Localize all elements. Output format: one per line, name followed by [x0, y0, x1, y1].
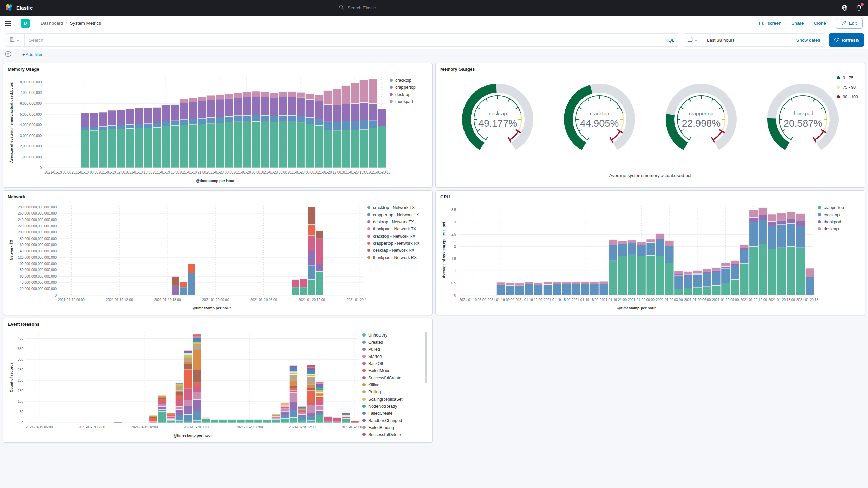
gauge-cracktop[interactable]: cracktop44.905%	[550, 76, 649, 157]
legend-item[interactable]: crappertop	[818, 204, 860, 211]
gauge-legend-item[interactable]: 75 - 90	[837, 84, 858, 91]
network-chart[interactable]: 020,000,000,000,000,00040,000,000,000,00…	[8, 199, 367, 311]
legend-item[interactable]: cracktop	[818, 211, 860, 218]
legend-item[interactable]: thonkpad - Network TX	[367, 225, 428, 232]
svg-text:2.5: 2.5	[451, 232, 456, 236]
legend-item[interactable]: crappertop - Network RX	[367, 240, 428, 247]
svg-text:20.587%: 20.587%	[784, 118, 823, 129]
legend-item[interactable]: Pulled	[362, 346, 428, 353]
legend-dot	[818, 206, 821, 209]
kql-language-button[interactable]: KQL	[660, 38, 679, 43]
event-reasons-plot-area[interactable]: 0501001502002503003504002021-01-19 06:00…	[8, 327, 362, 439]
legend-item[interactable]: deskrap - Network TX	[367, 218, 428, 225]
panel-title: Event Reasons	[8, 322, 428, 327]
cpu-legend[interactable]: crappertop cracktop thonkpad deskrap	[818, 199, 860, 311]
legend-item[interactable]: Killing	[362, 381, 428, 388]
time-range-value[interactable]: Last 38 hours	[702, 38, 739, 43]
gauge-crappertop[interactable]: crappertop22.998%	[652, 76, 750, 157]
cpu-chart[interactable]: 00.511.522.533.52021-01-19 06:002021-01-…	[440, 199, 818, 311]
legend-item[interactable]: cracktop	[390, 77, 428, 84]
breadcrumb-dashboard-link[interactable]: Dashboard	[41, 21, 63, 26]
legend-item[interactable]: SandboxChanged	[362, 417, 428, 424]
global-search[interactable]	[339, 5, 529, 11]
share-button[interactable]: Share	[791, 21, 804, 26]
legend-scrollbar[interactable]	[425, 332, 427, 383]
svg-text:200: 200	[18, 379, 23, 382]
global-search-input[interactable]	[347, 5, 529, 11]
svg-text:deskrap: deskrap	[489, 110, 507, 116]
global-header: Elastic	[0, 0, 868, 16]
clone-button[interactable]: Clone	[814, 21, 826, 26]
filter-icon[interactable]	[5, 50, 12, 59]
legend-item[interactable]: NodeHasNoDiskPressure	[362, 438, 428, 439]
edit-button[interactable]: Edit	[836, 18, 863, 29]
legend-dot	[390, 79, 393, 82]
legend-item[interactable]: FailedMount	[362, 367, 428, 374]
legend-item[interactable]: SuccessfulDelete	[362, 431, 428, 438]
legend-item[interactable]: ScalingReplicaSet	[362, 395, 428, 403]
legend-item[interactable]: SuccessfulCreate	[362, 374, 428, 381]
legend-item[interactable]: BackOff	[362, 360, 428, 367]
legend-item[interactable]: Pulling	[362, 388, 428, 395]
memory-usage-chart[interactable]: 01,000,000,0002,000,000,0003,000,000,000…	[8, 72, 390, 184]
svg-text:2021-01-20 18:00: 2021-01-20 18:00	[341, 425, 362, 429]
svg-text:2021-01-19 15:00: 2021-01-19 15:00	[544, 298, 570, 302]
help-globe-icon[interactable]	[841, 4, 848, 12]
legend-item[interactable]: deskrap - Network RX	[367, 247, 428, 254]
legend-item[interactable]: thonkpad - Network RX	[367, 254, 428, 261]
legend-label: NodeNotReady	[368, 404, 397, 409]
svg-text:2021-01-20 18:00: 2021-01-20 18:00	[347, 298, 367, 302]
saved-query-menu[interactable]	[4, 34, 25, 46]
svg-text:220,000,000,000,000,000: 220,000,000,000,000,000	[18, 224, 57, 228]
svg-text:2021-01-19 09:00: 2021-01-19 09:00	[488, 298, 514, 302]
show-dates-button[interactable]: Show dates	[791, 38, 825, 43]
legend-item[interactable]: Unhealthy	[362, 331, 428, 339]
legend-item[interactable]: thonkpad	[390, 98, 428, 105]
query-search-input[interactable]	[25, 38, 660, 43]
legend-item[interactable]: deskrap	[818, 225, 860, 232]
gauge-deskrap[interactable]: deskrap49.177%	[449, 76, 547, 157]
legend-label: thonkpad - Network RX	[373, 255, 417, 260]
event-reasons-chart[interactable]: 0501001502002503003504002021-01-19 06:00…	[8, 327, 362, 439]
svg-text:2021-01-19 06:00: 2021-01-19 06:00	[58, 298, 85, 302]
legend-item[interactable]: crappertop	[390, 84, 428, 91]
legend-item[interactable]: thonkpad	[818, 218, 860, 225]
svg-text:2021-01-20 00:00: 2021-01-20 00:00	[628, 298, 655, 302]
elastic-logo[interactable]	[5, 4, 13, 12]
cpu-plot-area[interactable]: 00.511.522.533.52021-01-19 06:002021-01-…	[440, 199, 818, 311]
legend-item[interactable]: FailedCreate	[362, 410, 428, 417]
refresh-button[interactable]: Refresh	[829, 33, 864, 47]
dashboard-app-badge[interactable]: D	[16, 16, 35, 31]
legend-item[interactable]: crappertop - Network TX	[367, 211, 428, 218]
legend-item[interactable]: Started	[362, 353, 428, 360]
legend-item[interactable]: NodeNotReady	[362, 403, 428, 410]
memory-usage-legend[interactable]: cracktop crappertop deskrap thonkpad	[390, 72, 428, 184]
legend-item[interactable]: Created	[362, 339, 428, 346]
memory-gauges-row[interactable]: deskrap49.177%cracktop44.905%crappertop2…	[440, 76, 860, 173]
memory-gauges-legend[interactable]: 0 - 75 75 - 90 90 - 100	[837, 74, 858, 100]
memory-usage-plot-area[interactable]: 01,000,000,0002,000,000,0003,000,000,000…	[8, 72, 390, 184]
search-icon	[339, 5, 344, 11]
menu-hamburger-icon[interactable]	[0, 16, 16, 31]
event-reasons-legend[interactable]: Unhealthy Created Pulled Started BackOff…	[362, 327, 428, 439]
date-quick-select[interactable]	[683, 34, 702, 46]
svg-text:2021-01-20 15:00: 2021-01-20 15:00	[341, 170, 368, 174]
add-filter-button[interactable]: + Add filter	[22, 52, 42, 57]
gauge-legend-item[interactable]: 90 - 100	[837, 93, 858, 100]
legend-item[interactable]: cracktop - Network TX	[367, 204, 428, 211]
legend-item[interactable]: deskrap	[390, 91, 428, 98]
full-screen-button[interactable]: Full screen	[759, 21, 781, 26]
notifications-bell-icon[interactable]	[855, 4, 863, 12]
legend-item[interactable]: cracktop - Network RX	[367, 232, 428, 240]
svg-text:140,000,000,000,000,000: 140,000,000,000,000,000	[18, 249, 57, 253]
svg-text:Count of records: Count of records	[9, 362, 13, 392]
legend-item[interactable]: FailedBinding	[362, 424, 428, 431]
svg-text:crappertop: crappertop	[689, 110, 713, 116]
svg-text:2021-01-20 00:00: 2021-01-20 00:00	[183, 425, 210, 429]
network-legend[interactable]: cracktop - Network TX crappertop - Netwo…	[367, 199, 428, 311]
save-query-icon	[9, 37, 15, 43]
gauge-legend-item[interactable]: 0 - 75	[837, 74, 858, 81]
legend-label: FailedBinding	[368, 425, 394, 430]
network-plot-area[interactable]: 020,000,000,000,000,00040,000,000,000,00…	[8, 199, 367, 311]
legend-label: thonkpad	[395, 99, 413, 104]
